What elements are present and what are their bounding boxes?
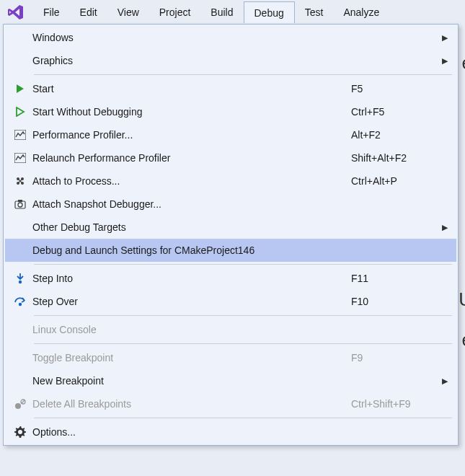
menuitem-attach-to-process[interactable]: Attach to Process...Ctrl+Alt+P	[5, 169, 456, 193]
menu-separator	[34, 343, 452, 344]
menu-test[interactable]: Test	[295, 1, 334, 23]
menu-separator	[34, 315, 452, 316]
menuitem-label: Toggle Breakpoint	[32, 352, 351, 363]
menuitem-start-without-debugging[interactable]: Start Without DebuggingCtrl+F5	[5, 100, 456, 123]
gear-icon	[8, 426, 32, 438]
menuitem-relaunch-performance-profiler[interactable]: Relaunch Performance ProfilerShift+Alt+F…	[5, 146, 456, 169]
menuitem-other-debug-targets[interactable]: Other Debug Targets▶	[5, 216, 456, 239]
menuitem-shortcut: F9	[351, 352, 438, 363]
menuitem-shortcut: Alt+F2	[351, 129, 438, 141]
menuitem-toggle-breakpoint: Toggle BreakpointF9	[5, 346, 456, 369]
menuitem-label: Debug and Launch Settings for CMakeProje…	[32, 244, 351, 256]
profiler-icon	[8, 153, 32, 163]
menu-separator	[34, 264, 452, 265]
svg-point-8	[18, 203, 22, 207]
menuitem-step-over[interactable]: Step OverF10	[5, 290, 456, 313]
menuitem-linux-console: Linux Console	[5, 318, 456, 341]
menuitem-start[interactable]: StartF5	[5, 77, 456, 100]
menuitem-label: Step Into	[32, 273, 351, 284]
menu-separator	[34, 418, 452, 418]
menu-file[interactable]: File	[33, 1, 70, 23]
menuitem-options[interactable]: Options...	[5, 420, 456, 444]
menuitem-shortcut: Ctrl+Shift+F9	[351, 398, 438, 410]
debug-menu-dropdown: Windows▶Graphics▶StartF5Start Without De…	[3, 24, 459, 446]
menuitem-label: Other Debug Targets	[32, 221, 351, 233]
menuitem-delete-all-breakpoints: Delete All BreakpointsCtrl+Shift+F9	[5, 392, 456, 415]
menuitem-label: Attach Snapshot Debugger...	[32, 198, 351, 210]
background-text: e	[462, 329, 465, 351]
delete-bp-icon	[8, 398, 32, 410]
menuitem-label: Windows	[32, 32, 351, 43]
menuitem-new-breakpoint[interactable]: New Breakpoint▶	[5, 369, 456, 392]
menuitem-label: Attach to Process...	[32, 175, 351, 187]
menu-project[interactable]: Project	[149, 1, 201, 23]
menuitem-windows[interactable]: Windows▶	[5, 26, 456, 49]
menuitem-graphics[interactable]: Graphics▶	[5, 49, 456, 72]
menuitem-shortcut: Shift+Alt+F2	[351, 152, 438, 164]
svg-point-9	[19, 281, 22, 283]
menu-analyze[interactable]: Analyze	[333, 1, 389, 23]
submenu-arrow-icon: ▶	[438, 376, 448, 386]
background-text: e	[462, 52, 465, 74]
menuitem-label: Graphics	[32, 55, 351, 66]
menuitem-label: Start Without Debugging	[32, 106, 351, 118]
menuitem-debug-and-launch-settings-for-cmakeproject146[interactable]: Debug and Launch Settings for CMakeProje…	[5, 239, 456, 262]
menuitem-shortcut: Ctrl+F5	[351, 106, 438, 118]
submenu-arrow-icon: ▶	[438, 223, 448, 232]
menu-view[interactable]: View	[107, 1, 149, 23]
menu-debug[interactable]: Debug	[244, 1, 295, 23]
svg-rect-7	[18, 200, 22, 202]
menuitem-performance-profiler[interactable]: Performance Profiler...Alt+F2	[5, 123, 456, 146]
menuitem-label: Relaunch Performance Profiler	[32, 152, 351, 164]
menuitem-label: Performance Profiler...	[32, 129, 351, 141]
step-into-icon	[8, 273, 32, 284]
menuitem-shortcut: F11	[351, 273, 438, 284]
menubar: FileEditViewProjectBuildDebugTestAnalyze	[0, 0, 465, 25]
menuitem-label: Start	[32, 83, 351, 94]
menu-edit[interactable]: Edit	[70, 1, 107, 23]
menuitem-shortcut: Ctrl+Alt+P	[351, 175, 438, 187]
menuitem-shortcut: F5	[351, 83, 438, 94]
background-text: U	[459, 288, 465, 311]
menuitem-label: Linux Console	[32, 324, 351, 335]
step-over-icon	[8, 296, 32, 307]
menuitem-label: Step Over	[32, 296, 351, 307]
play-green-icon	[8, 84, 32, 94]
menuitem-attach-snapshot-debugger[interactable]: Attach Snapshot Debugger...	[5, 193, 456, 216]
submenu-arrow-icon: ▶	[438, 56, 448, 66]
menuitem-label: Delete All Breakpoints	[32, 398, 351, 410]
svg-point-10	[19, 303, 22, 306]
menu-build[interactable]: Build	[200, 1, 243, 23]
menuitem-shortcut: F10	[351, 296, 438, 307]
submenu-arrow-icon: ▶	[438, 33, 448, 43]
menu-separator	[34, 74, 452, 75]
attach-icon	[8, 175, 32, 187]
profiler-icon	[8, 130, 32, 140]
svg-point-11	[15, 403, 21, 409]
visual-studio-logo-icon	[6, 2, 26, 22]
menuitem-label: New Breakpoint	[32, 375, 351, 387]
snapshot-icon	[8, 199, 32, 209]
menuitem-step-into[interactable]: Step IntoF11	[5, 267, 456, 290]
play-outline-icon	[8, 107, 32, 117]
menuitem-label: Options...	[32, 426, 351, 438]
